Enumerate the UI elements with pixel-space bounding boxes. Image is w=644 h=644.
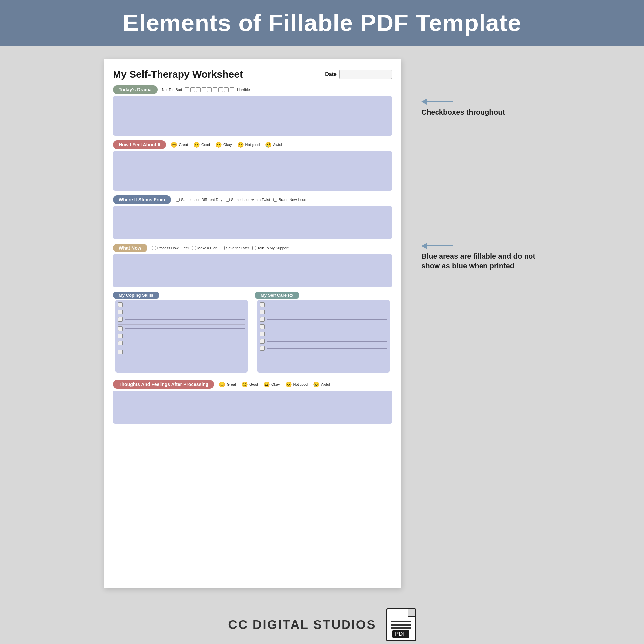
slider-cb-4[interactable]: [202, 87, 206, 92]
fillable-what-now[interactable]: [113, 254, 392, 287]
list-cb[interactable]: [260, 332, 265, 336]
list-line: [267, 319, 387, 320]
slider-left-label: Not Too Bad: [162, 88, 182, 92]
worksheet-paper: My Self-Therapy Worksheet Date Today's D…: [104, 59, 401, 588]
list-item: [118, 350, 245, 354]
list-item: [260, 346, 387, 351]
list-line: [125, 352, 245, 352]
section-header-where-stems: Where It Stems From Same Issue Different…: [113, 195, 392, 204]
slider-row: Not Too Bad Horrible: [162, 87, 250, 92]
mood-great: 😊 Great: [171, 142, 188, 148]
slider-cb-3[interactable]: [196, 87, 201, 92]
fillable-self-care[interactable]: [257, 300, 390, 373]
list-cb[interactable]: [260, 317, 265, 322]
list-line: [267, 312, 387, 312]
cb-same-issue-input[interactable]: [176, 198, 180, 202]
cb-support-input[interactable]: [252, 246, 256, 250]
mood-awful-b: 😢 Awful: [313, 381, 330, 388]
section-header-what-now: What Now Process How I Feel Make a Plan …: [113, 244, 392, 252]
fillable-where-stems[interactable]: [113, 206, 392, 239]
list-item: [260, 339, 387, 344]
arrow-left-head: [421, 99, 427, 105]
list-line: [267, 348, 387, 349]
pdf-icon-corner: [408, 609, 415, 617]
list-cb[interactable]: [118, 302, 123, 307]
arrow-left-head-2: [421, 243, 427, 249]
fillable-coping-skills[interactable]: [115, 300, 248, 373]
list-cb[interactable]: [260, 324, 265, 329]
annotation-blue-text: Blue areas are fillable and do not show …: [421, 252, 540, 271]
cb-brand-new-input[interactable]: [273, 198, 277, 202]
cb-same-twist-input[interactable]: [226, 198, 230, 202]
slider-cb-2[interactable]: [190, 87, 195, 92]
cb-plan-label: Make a Plan: [197, 246, 217, 250]
fillable-how-i-feel[interactable]: [113, 151, 392, 191]
fillable-todays-drama[interactable]: [113, 96, 392, 136]
list-item: [118, 326, 245, 331]
list-cb[interactable]: [260, 310, 265, 314]
section-header-how-i-feel: How I Feel About It 😊 Great 🙂 Good 😐 Oka…: [113, 140, 392, 149]
list-line: [267, 305, 387, 305]
page-title: Elements of Fillable PDF Template: [13, 9, 631, 36]
slider-cb-5[interactable]: [207, 87, 212, 92]
cb-brand-new: Brand New Issue: [273, 198, 306, 202]
mood-okay-emoji-b: 😐: [263, 381, 270, 388]
cb-plan-input[interactable]: [192, 246, 196, 250]
mood-row-bottom: 😊 Great 🙂 Good 😐 Okay 😟 Not good: [219, 381, 330, 388]
cb-support-label: Talk To My Support: [257, 246, 288, 250]
cb-support: Talk To My Support: [252, 246, 288, 250]
date-input-box[interactable]: [339, 70, 392, 79]
col-self-care: My Self Care Rx: [255, 292, 392, 375]
arrow-checkboxes: [421, 99, 540, 105]
mood-not-good-emoji: 😟: [237, 142, 244, 148]
slider-cb-6[interactable]: [213, 87, 217, 92]
slider-cb-9[interactable]: [230, 87, 234, 92]
slider-cb-7[interactable]: [218, 87, 223, 92]
list-cb[interactable]: [118, 334, 123, 338]
cb-same-issue-label: Same Issue Different Day: [181, 198, 222, 202]
list-cb[interactable]: [260, 339, 265, 344]
arrow-blue-areas: [421, 243, 540, 249]
footer: CC DIGITAL STUDIOS PDF: [0, 602, 644, 644]
slider-cb-8[interactable]: [224, 87, 229, 92]
cb-plan: Make a Plan: [192, 246, 217, 250]
mood-great-b: 😊 Great: [219, 381, 236, 388]
list-cb[interactable]: [260, 346, 265, 351]
arrow-left-body-2: [427, 245, 453, 246]
list-line: [267, 334, 387, 334]
slider-right-label: Horrible: [237, 88, 250, 92]
pdf-icon-lines: [391, 621, 411, 629]
list-cb[interactable]: [118, 350, 123, 354]
header-banner: Elements of Fillable PDF Template: [0, 0, 644, 46]
section-thoughts-after: Thoughts And Feelings After Processing 😊…: [113, 380, 392, 424]
list-cb[interactable]: [260, 302, 265, 307]
mood-row-top: 😊 Great 🙂 Good 😐 Okay 😟 Not good: [171, 142, 282, 148]
section-how-i-feel: How I Feel About It 😊 Great 🙂 Good 😐 Oka…: [113, 140, 392, 191]
label-coping-skills: My Coping Skills: [113, 292, 159, 299]
slider-cb-1[interactable]: [185, 87, 189, 92]
pdf-icon: PDF: [386, 608, 416, 641]
mood-great-emoji: 😊: [171, 142, 177, 148]
cb-save-later-input[interactable]: [221, 246, 225, 250]
mood-not-good-emoji-b: 😟: [285, 381, 292, 388]
mood-not-good-label: Not good: [245, 143, 260, 147]
list-cb[interactable]: [118, 310, 123, 314]
mood-awful-label-b: Awful: [321, 382, 330, 386]
mood-awful-label: Awful: [273, 143, 282, 147]
label-where-stems: Where It Stems From: [113, 195, 171, 204]
list-cb[interactable]: [118, 317, 123, 322]
slider-track: [185, 87, 234, 92]
mood-awful: 😢 Awful: [265, 142, 282, 148]
mood-awful-emoji-b: 😢: [313, 381, 320, 388]
list-cb[interactable]: [118, 341, 123, 345]
label-self-care: My Self Care Rx: [255, 292, 299, 299]
label-thoughts-after: Thoughts And Feelings After Processing: [113, 380, 214, 389]
cb-process-input[interactable]: [152, 246, 156, 250]
cb-same-twist-label: Same Issue with a Twist: [231, 198, 270, 202]
right-panel: Checkboxes throughout Blue areas are fil…: [401, 59, 540, 291]
list-cb[interactable]: [118, 326, 123, 331]
two-col-section: My Coping Skills: [113, 292, 392, 375]
section-where-stems: Where It Stems From Same Issue Different…: [113, 195, 392, 239]
list-item: [118, 334, 245, 338]
fillable-thoughts-after[interactable]: [113, 391, 392, 424]
